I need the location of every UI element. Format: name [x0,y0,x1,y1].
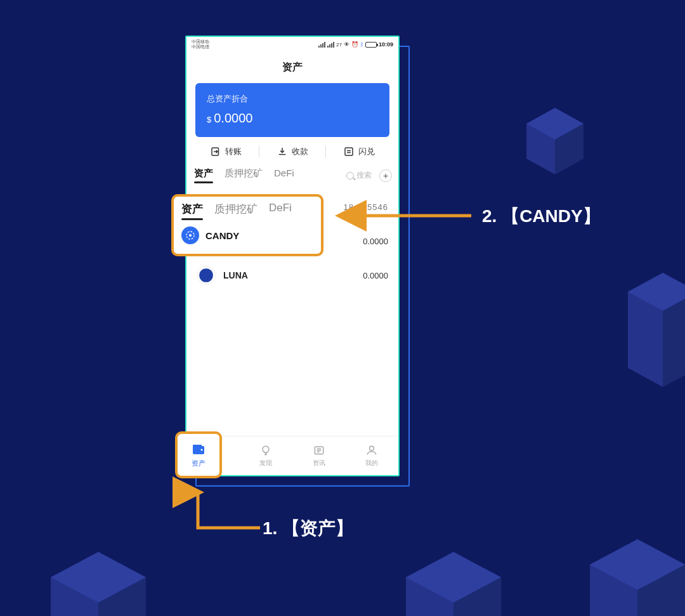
action-row: 转账 收款 闪兑 [193,146,392,157]
tab-assets[interactable]: 资产 [194,167,213,183]
svg-marker-13 [590,539,685,590]
svg-marker-6 [51,552,146,616]
svg-marker-12 [590,539,685,616]
svg-point-27 [189,234,192,237]
svg-marker-9 [406,552,501,616]
nav-label: 发现 [259,459,272,468]
bulb-icon [259,444,273,457]
status-bar: 中国移动 中国电信 27 👁 ⏰ ᛒ 10:09 [186,37,398,51]
swap-label: 闪兑 [358,146,375,157]
decor-cube [590,539,685,616]
tab-staking[interactable]: 质押挖矿 [225,167,263,183]
tabs-row: 资产 质押挖矿 DeFi 搜索 + [193,164,392,187]
transfer-label: 转账 [225,146,242,157]
search-icon [346,172,354,180]
download-icon [277,146,288,157]
nav-label: 资产 [207,459,219,468]
clock-text: 10:09 [379,41,393,48]
tab-assets[interactable]: 资产 [181,202,203,220]
svg-rect-21 [208,447,216,449]
currency-symbol: $ [207,115,211,124]
search-field[interactable]: 搜索 [346,170,372,181]
svg-marker-1 [526,108,584,140]
alarm-icon: ⏰ [351,41,358,48]
asset-symbol: LUNA [223,270,363,280]
svg-marker-5 [663,292,685,387]
svg-point-19 [199,268,213,282]
tab-staking[interactable]: 质押挖矿 [214,202,258,220]
svg-rect-16 [345,148,353,155]
nav-news[interactable]: 资讯 [292,436,346,475]
swap-icon [343,146,355,157]
battery-icon [365,42,377,48]
tab-defi[interactable]: DeFi [274,167,294,183]
asset-row-luna[interactable]: LUNA 0.0000 [186,258,398,292]
annotation-arrow [329,208,474,223]
svg-marker-2 [555,124,584,174]
add-token-button[interactable]: + [379,169,392,182]
asset-row-candy[interactable]: CANDY [181,226,313,244]
balance-amount: $0.0000 [207,111,378,126]
search-placeholder: 搜索 [356,170,372,181]
asset-symbol: CANDY [206,230,239,241]
svg-marker-14 [637,565,685,616]
page-title: 资产 [186,51,398,83]
svg-point-23 [263,446,269,452]
balance-card: 总资产折合 $0.0000 [195,83,389,137]
svg-marker-4 [628,273,685,311]
user-icon [365,444,379,457]
luna-icon [197,266,216,285]
svg-marker-3 [628,273,685,387]
tab-defi[interactable]: DeFi [269,202,292,220]
svg-marker-7 [51,552,146,603]
signal-icon [318,42,325,48]
transfer-button[interactable]: 转账 [193,146,259,157]
decor-cube [628,273,685,387]
wallet-icon [206,444,220,457]
svg-marker-10 [406,552,501,603]
decor-cube [51,552,146,616]
asset-balance: 0.0000 [363,271,388,280]
battery-text: 27 [336,42,342,48]
decor-cube [406,552,501,616]
annotation-label-1: 1. 【资产】 [263,516,353,541]
transfer-icon [210,146,221,157]
annotation-arrow [190,481,266,538]
receive-button[interactable]: 收款 [259,146,325,157]
bottom-nav: 资产 发现 资讯 我的 [186,436,398,475]
nav-assets[interactable]: 资产 [186,436,240,475]
svg-point-22 [215,450,217,452]
annotation-label-2: 2. 【CANDY】 [482,204,601,228]
bluetooth-icon: ᛒ [360,41,363,48]
svg-marker-0 [526,108,584,174]
balance-label: 总资产折合 [207,93,378,105]
balance-value: 0.0000 [214,111,252,125]
asset-balance: 0.0000 [363,237,388,246]
swap-button[interactable]: 闪兑 [326,146,392,157]
nav-label: 我的 [365,459,378,468]
receive-label: 收款 [292,146,308,157]
signal-icon [327,42,334,48]
carrier-label: 中国移动 [192,39,209,44]
nav-mine[interactable]: 我的 [346,436,399,475]
nav-label: 资讯 [313,459,325,468]
eye-icon: 👁 [344,41,349,48]
annotation-highlight-candy: 资产 质押挖矿 DeFi CANDY [171,194,323,256]
svg-marker-11 [453,577,501,616]
svg-marker-8 [98,577,146,616]
nav-discover[interactable]: 发现 [240,436,293,475]
candy-icon [181,226,199,244]
decor-cube [526,108,584,178]
svg-point-25 [370,446,374,450]
news-icon [312,444,326,457]
carrier-label: 中国电信 [192,44,209,49]
